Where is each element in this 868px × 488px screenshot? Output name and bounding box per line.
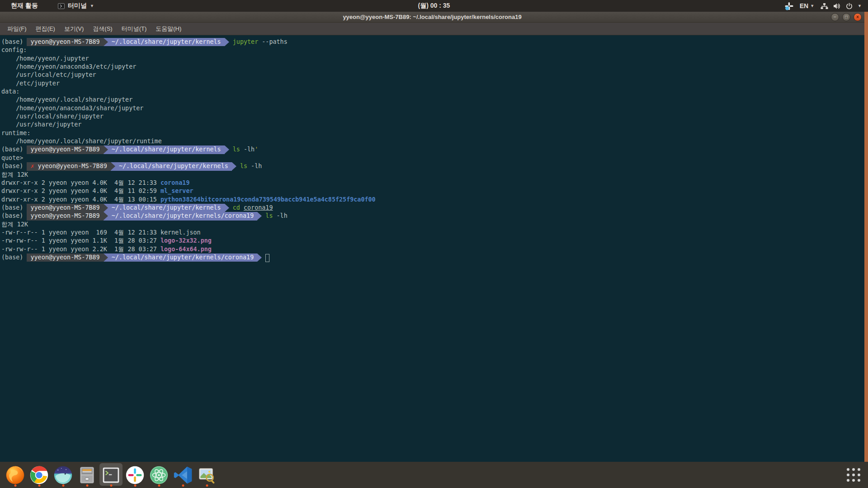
screenshot-tool-icon — [197, 465, 217, 485]
menu-file[interactable]: 파일(F) — [3, 23, 31, 35]
window-titlebar[interactable]: yyeon@yyeon-MS-7B89: ~/.local/share/jupy… — [0, 12, 864, 23]
dock — [0, 462, 868, 488]
terminal-line: config: — [1, 46, 864, 54]
terminal-text — [240, 204, 244, 212]
terminal-text: runtime: — [1, 129, 31, 137]
close-button[interactable]: × — [854, 13, 862, 21]
chevron-down-icon: ▼ — [810, 4, 814, 8]
terminal-text: /home/yyeon/.jupyter — [1, 55, 89, 63]
show-applications-button[interactable] — [845, 467, 862, 483]
top-bar-right: EN ▼ — [785, 2, 868, 10]
powerline-arrow-icon — [111, 162, 115, 170]
terminal-line: (base) yyeon@yyeon-MS-7B89 ~/.local/shar… — [1, 38, 864, 46]
chevron-down-icon: ▼ — [90, 4, 94, 8]
app-menu-button[interactable]: 터미널 ▼ — [58, 2, 94, 10]
terminal-window: yyeon@yyeon-MS-7B89: ~/.local/share/jupy… — [0, 12, 864, 462]
terminal-line: /home/yyeon/.local/share/jupyter — [1, 96, 864, 104]
terminal-line: (base) yyeon@yyeon-MS-7B89 ~/.local/shar… — [1, 204, 864, 212]
terminal-line: drwxr-xr-x 2 yyeon yyeon 4.0K 4월 13 00:1… — [1, 196, 864, 204]
clock[interactable]: (월) 00 : 35 — [418, 0, 450, 12]
keyboard-layout-dropdown[interactable]: EN ▼ — [800, 2, 814, 9]
terminal-text: (base) — [1, 253, 27, 262]
dock-item-vscode[interactable] — [171, 462, 195, 488]
running-indicator — [206, 484, 208, 487]
terminal-text: 합계 12K — [1, 221, 28, 229]
terminal-text — [229, 38, 233, 46]
terminal-text: (base) — [1, 212, 27, 220]
terminal-text — [236, 162, 240, 170]
power-icon — [846, 3, 853, 9]
terminal-line: /usr/local/share/jupyter — [1, 113, 864, 121]
desktop-wallpaper — [864, 12, 868, 462]
terminal-text: drwxr-xr-x 2 yyeon yyeon 4.0K 4월 13 00:1… — [1, 196, 160, 204]
chrome-icon — [29, 465, 49, 485]
running-indicator — [134, 484, 136, 487]
running-indicator — [14, 484, 16, 487]
terminal-line: 합계 12K — [1, 171, 864, 179]
prompt-path-segment: ~/.local/share/jupyter/kernels — [108, 145, 225, 154]
terminal-text: data: — [1, 88, 19, 96]
wired-network-icon — [821, 3, 828, 9]
directory-name: python38264bitcorona19conda739549baccb94… — [160, 196, 376, 204]
terminal-text: /usr/local/etc/jupyter — [1, 71, 96, 79]
command-text: ls — [265, 212, 273, 220]
terminal-text: -lh — [240, 145, 255, 154]
menu-view[interactable]: 보기(V) — [60, 23, 88, 35]
menu-search[interactable]: 검색(S) — [88, 23, 117, 35]
dock-item-slack[interactable] — [123, 462, 147, 488]
menu-terminal[interactable]: 터미널(T) — [117, 23, 151, 35]
dock-item-firefox[interactable] — [3, 462, 27, 488]
window-controls: − □ × — [831, 13, 862, 21]
terminal-text: --paths — [258, 38, 288, 46]
prompt-path-segment: ~/.local/share/jupyter/kernels/corona19 — [108, 253, 258, 262]
terminal-app-icon — [58, 3, 65, 9]
terminal-line: /home/yyeon/.jupyter — [1, 55, 864, 63]
prompt-host-segment: yyeon@yyeon-MS-7B89 — [27, 253, 103, 262]
system-status-area[interactable]: ▼ — [821, 3, 862, 9]
files-icon — [77, 465, 97, 485]
terminal-text: -lh — [273, 212, 287, 220]
dock-item-atom[interactable] — [147, 462, 171, 488]
activities-button[interactable]: 현재 활동 — [11, 2, 38, 10]
prompt-path-segment: ~/.local/share/jupyter/kernels/corona19 — [108, 212, 258, 220]
terminal-text: -lh — [247, 162, 262, 170]
terminal-text: -rw-r--r-- 1 yyeon yyeon 169 4월 12 21:33… — [1, 229, 201, 237]
terminal-line: -rw-r--r-- 1 yyeon yyeon 169 4월 12 21:33… — [1, 229, 864, 237]
running-indicator — [86, 484, 88, 487]
command-text: cd — [233, 204, 240, 212]
terminal-line: /home/yyeon/.local/share/jupyter/runtime — [1, 137, 864, 145]
volume-icon — [833, 3, 841, 9]
terminal-body[interactable]: (base) yyeon@yyeon-MS-7B89 ~/.local/shar… — [0, 35, 864, 462]
prompt-host-segment: yyeon@yyeon-MS-7B89 — [27, 145, 103, 154]
menu-edit[interactable]: 편집(E) — [31, 23, 60, 35]
slack-status-icon[interactable] — [785, 2, 793, 10]
slack-icon — [125, 465, 145, 485]
powerline-arrow-icon — [104, 212, 108, 220]
terminal-text: (base) — [1, 162, 27, 170]
terminal-text: /usr/share/jupyter — [1, 121, 81, 129]
error-indicator-icon: ✗ — [27, 162, 34, 170]
dock-item-files[interactable] — [75, 462, 99, 488]
terminal-text: config: — [1, 46, 27, 54]
terminal-line: (base) ✗ yyeon@yyeon-MS-7B89 ~/.local/sh… — [1, 162, 864, 170]
menu-help[interactable]: 도움말(H) — [151, 23, 186, 35]
dock-item-screenshot-tool[interactable] — [195, 462, 219, 488]
terminal-cursor — [265, 254, 269, 262]
command-text: jupyter — [233, 38, 258, 46]
terminal-text — [262, 212, 265, 220]
command-text: ls — [233, 145, 240, 154]
terminal-line: -rw-rw-r-- 1 yyeon yyeon 1.1K 1월 28 03:2… — [1, 237, 864, 245]
powerline-arrow-icon — [232, 162, 236, 170]
terminal-text — [229, 145, 233, 154]
powerline-arrow-icon — [257, 253, 262, 262]
app-menu-label: 터미널 — [68, 2, 87, 10]
directory-name: ml_server — [160, 187, 193, 195]
terminal-line: 합계 12K — [1, 221, 864, 229]
terminal-text: (base) — [1, 204, 27, 212]
maximize-button[interactable]: □ — [842, 13, 850, 21]
terminal-line: (base) yyeon@yyeon-MS-7B89 ~/.local/shar… — [1, 212, 864, 220]
minimize-button[interactable]: − — [831, 13, 839, 21]
dock-item-whale-browser[interactable] — [51, 462, 75, 488]
dock-item-chrome[interactable] — [27, 462, 51, 488]
dock-item-terminal[interactable] — [99, 462, 123, 488]
